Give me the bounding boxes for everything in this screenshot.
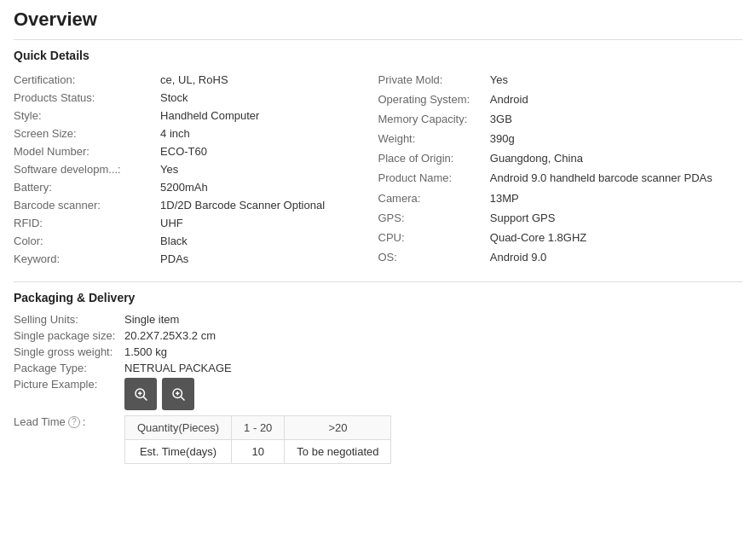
details-right-col: Private Mold: Yes Operating System: Andr… xyxy=(378,71,743,268)
quick-details-section: Quick Details Certification: ce, UL, RoH… xyxy=(14,49,742,268)
detail-row: GPS: Support GPS xyxy=(378,209,743,229)
detail-value: Quad-Core 1.8GHZ xyxy=(490,229,742,248)
lead-time-row: Lead Time?: Quantity(Pieces) 1 - 20 >20 … xyxy=(14,415,742,464)
detail-row: Battery: 5200mAh xyxy=(14,178,378,196)
est-time-col1: 10 xyxy=(232,440,285,464)
detail-row: Certification: ce, UL, RoHS xyxy=(14,71,378,89)
col-range2: >20 xyxy=(285,416,391,440)
lead-time-data-row: Est. Time(days) 10 To be negotiated xyxy=(125,440,391,464)
pkg-label: Single gross weight: xyxy=(14,345,124,358)
pkg-row: Single gross weight: 1.500 kg xyxy=(14,345,742,358)
help-icon[interactable]: ? xyxy=(68,416,80,428)
col-range1: 1 - 20 xyxy=(232,416,285,440)
detail-label: Software developm...: xyxy=(14,160,160,178)
svg-line-5 xyxy=(181,397,184,400)
zoom-in-icon-1 xyxy=(133,386,148,402)
divider-middle xyxy=(14,281,742,282)
detail-value: Android 9.0 xyxy=(490,248,742,268)
detail-value: 13MP xyxy=(490,189,742,209)
detail-value: ECO-T60 xyxy=(160,142,378,160)
detail-row: CPU: Quad-Core 1.8GHZ xyxy=(378,229,743,248)
detail-row: Place of Origin: Guangdong, China xyxy=(378,149,743,169)
svg-line-1 xyxy=(143,397,147,400)
detail-value: Stock xyxy=(160,89,378,107)
pkg-label: Selling Units: xyxy=(14,313,124,326)
detail-value: ce, UL, RoHS xyxy=(160,71,378,89)
detail-label: OS: xyxy=(378,248,490,268)
detail-row: Keyword: PDAs xyxy=(14,250,378,268)
detail-value: Guangdong, China xyxy=(490,149,742,169)
detail-value: Black xyxy=(160,232,378,250)
detail-label: Screen Size: xyxy=(14,125,160,142)
detail-value: 4 inch xyxy=(160,125,378,142)
picture-label: Picture Example: xyxy=(14,378,124,391)
detail-label: Keyword: xyxy=(14,250,160,268)
packaging-rows: Selling Units: Single item Single packag… xyxy=(14,313,742,374)
detail-label: Product Name: xyxy=(378,169,490,188)
detail-row: Model Number: ECO-T60 xyxy=(14,142,378,160)
est-time-label: Est. Time(days) xyxy=(125,440,232,464)
detail-value: 1D/2D Barcode Scanner Optional xyxy=(160,196,378,214)
detail-value: PDAs xyxy=(160,250,378,268)
detail-row: Weight: 390g xyxy=(378,130,743,149)
detail-value: Android xyxy=(490,90,742,110)
pkg-row: Single package size: 20.2X7.25X3.2 cm xyxy=(14,329,742,342)
detail-row: Camera: 13MP xyxy=(378,189,743,209)
pkg-row: Package Type: NETRUAL PACKAGE xyxy=(14,362,742,374)
est-time-col2: To be negotiated xyxy=(285,440,391,464)
detail-row: Memory Capacity: 3GB xyxy=(378,110,743,130)
lead-time-label: Lead Time?: xyxy=(14,415,124,428)
detail-row: Barcode scanner: 1D/2D Barcode Scanner O… xyxy=(14,196,378,214)
details-grid: Certification: ce, UL, RoHS Products Sta… xyxy=(14,71,742,268)
detail-label: CPU: xyxy=(378,229,490,248)
col-quantity: Quantity(Pieces) xyxy=(125,416,232,440)
details-left-col: Certification: ce, UL, RoHS Products Sta… xyxy=(14,71,378,268)
picture-thumbnails xyxy=(124,378,194,410)
detail-label: Operating System: xyxy=(378,90,490,110)
detail-label: Camera: xyxy=(378,189,490,209)
detail-row: Screen Size: 4 inch xyxy=(14,125,378,142)
pkg-label: Package Type: xyxy=(14,362,124,374)
detail-value: UHF xyxy=(160,214,378,232)
detail-label: Barcode scanner: xyxy=(14,196,160,214)
detail-label: Battery: xyxy=(14,178,160,196)
detail-row: Product Name: Android 9.0 handheld barco… xyxy=(378,169,743,188)
detail-label: Place of Origin: xyxy=(378,149,490,169)
lead-time-header-row: Quantity(Pieces) 1 - 20 >20 xyxy=(125,416,391,440)
pkg-value: NETRUAL PACKAGE xyxy=(124,362,232,374)
detail-row: Software developm...: Yes xyxy=(14,160,378,178)
pkg-row: Selling Units: Single item xyxy=(14,313,742,326)
detail-value: Android 9.0 handheld barcode scanner PDA… xyxy=(490,169,742,188)
thumbnail-2[interactable] xyxy=(162,378,194,410)
detail-value: Handheld Computer xyxy=(160,107,378,125)
detail-row: Private Mold: Yes xyxy=(378,71,743,90)
detail-value: Yes xyxy=(160,160,378,178)
detail-row: Style: Handheld Computer xyxy=(14,107,378,125)
packaging-section: Packaging & Delivery Selling Units: Sing… xyxy=(14,291,742,464)
detail-label: Products Status: xyxy=(14,89,160,107)
detail-label: Color: xyxy=(14,232,160,250)
detail-label: RFID: xyxy=(14,214,160,232)
detail-label: Model Number: xyxy=(14,142,160,160)
detail-row: OS: Android 9.0 xyxy=(378,248,743,268)
detail-row: Color: Black xyxy=(14,232,378,250)
quick-details-title: Quick Details xyxy=(14,49,742,62)
thumbnail-1[interactable] xyxy=(124,378,157,410)
packaging-title: Packaging & Delivery xyxy=(14,291,742,304)
detail-row: RFID: UHF xyxy=(14,214,378,232)
page-container: Overview Quick Details Certification: ce… xyxy=(0,0,756,472)
pkg-value: Single item xyxy=(124,313,179,326)
detail-label: Private Mold: xyxy=(378,71,490,90)
detail-value: 3GB xyxy=(490,110,742,130)
detail-label: Memory Capacity: xyxy=(378,110,490,130)
lead-time-table: Quantity(Pieces) 1 - 20 >20 Est. Time(da… xyxy=(124,415,391,464)
detail-value: 5200mAh xyxy=(160,178,378,196)
detail-value: 390g xyxy=(490,130,742,149)
pkg-label: Single package size: xyxy=(14,329,124,342)
detail-label: Weight: xyxy=(378,130,490,149)
detail-label: Certification: xyxy=(14,71,160,89)
page-title: Overview xyxy=(14,9,742,31)
picture-example-row: Picture Example: xyxy=(14,378,742,410)
detail-value: Yes xyxy=(490,71,742,90)
detail-label: Style: xyxy=(14,107,160,125)
